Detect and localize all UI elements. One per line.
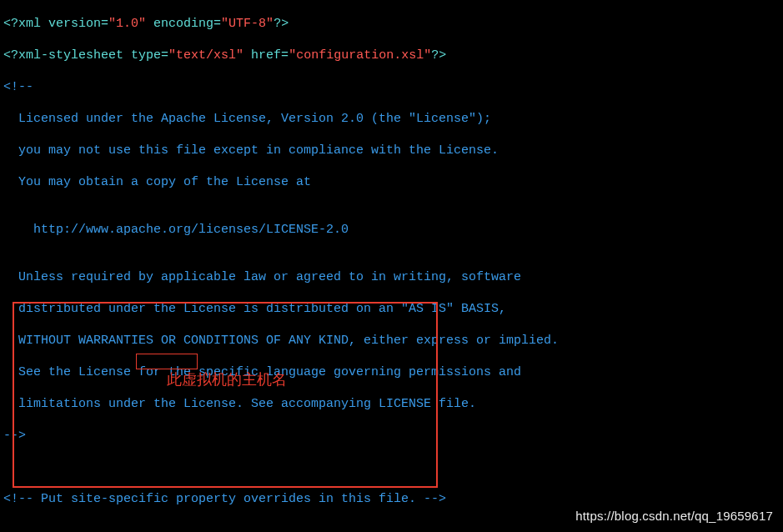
license-comment-close: --> <box>3 428 780 444</box>
attr-href-val: "configuration.xsl" <box>289 48 431 63</box>
license-line: WITHOUT WARRANTIES OR CONDITIONS OF ANY … <box>3 333 780 349</box>
stylesheet-tag: xml-stylesheet <box>18 48 123 63</box>
stylesheet-close: ?> <box>431 48 446 63</box>
code-line-xml-decl: <?xml version="1.0" encoding="UTF-8"?> <box>3 16 780 32</box>
license-comment-open: <!-- <box>3 79 780 95</box>
watermark-text: https://blog.csdn.net/qq_19659617 <box>575 508 773 524</box>
xml-decl-open: <? <box>3 17 18 31</box>
blank-line <box>3 459 780 475</box>
equals: = <box>213 17 221 31</box>
license-line: Licensed under the Apache License, Versi… <box>3 111 780 127</box>
xml-decl-close: ?> <box>274 17 289 31</box>
license-line: You may obtain a copy of the License at <box>3 174 780 190</box>
attr-encoding-val: "UTF-8" <box>221 17 274 31</box>
attr-type-name: type <box>123 48 161 63</box>
license-line: you may not use this file except in comp… <box>3 143 780 158</box>
license-line: distributed under the License is distrib… <box>3 301 780 317</box>
terminal-editor[interactable]: <?xml version="1.0" encoding="UTF-8"?> <… <box>0 0 783 532</box>
equals: = <box>281 48 289 63</box>
license-line: See the License for the specific languag… <box>3 364 780 380</box>
attr-encoding-name: encoding <box>146 17 213 31</box>
license-line: limitations under the License. See accom… <box>3 396 780 412</box>
equals: = <box>101 17 108 31</box>
license-line: Unless required by applicable law or agr… <box>3 269 780 285</box>
attr-type-val: "text/xsl" <box>168 48 243 63</box>
code-line-stylesheet: <?xml-stylesheet type="text/xsl" href="c… <box>3 48 780 63</box>
attr-version-name: version <box>41 17 101 31</box>
attr-version-val: "1.0" <box>108 17 146 31</box>
equals: = <box>161 48 168 63</box>
xml-decl-tag: xml <box>18 17 41 31</box>
license-line-url: http://www.apache.org/licenses/LICENSE-2… <box>3 222 780 238</box>
blank-line <box>3 523 780 532</box>
attr-href-name: href <box>243 48 281 63</box>
site-specific-comment: <!-- Put site-specific property override… <box>3 491 780 507</box>
stylesheet-open: <? <box>3 48 18 63</box>
